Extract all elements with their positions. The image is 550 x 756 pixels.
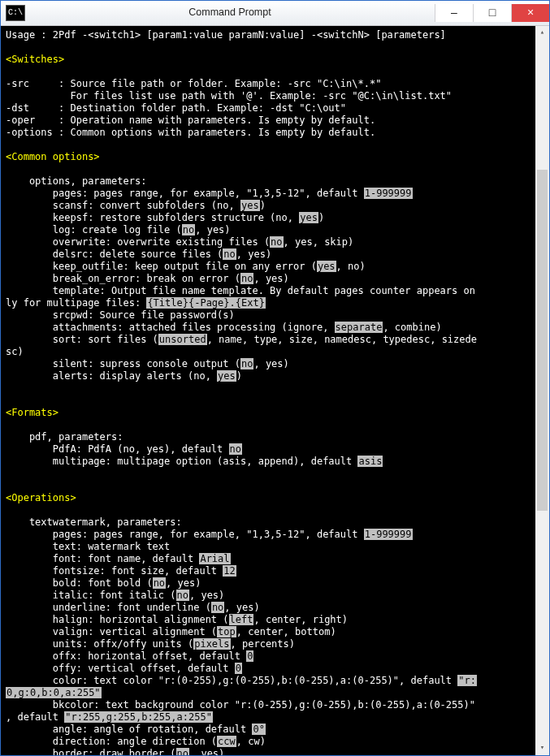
- scrollbar[interactable]: ▴ ▾: [535, 26, 549, 755]
- line: For files list use path with '@'. Exampl…: [6, 90, 452, 102]
- line: text: watermark text: [6, 541, 170, 552]
- line: template: Output file name template. By …: [6, 285, 475, 296]
- line: pages: pages range, for example, "1,3,5-…: [6, 188, 413, 199]
- line: -options : Common options with parameter…: [6, 127, 375, 138]
- default-value: no: [240, 358, 253, 369]
- line: scansf: convert subfolders (no, yes): [6, 200, 266, 211]
- line: keepsf: restore subfolders structure (no…: [6, 212, 324, 223]
- line-usage: Usage : 2Pdf -<switch1> [param1:value pa…: [6, 29, 446, 41]
- default-value: no: [211, 602, 224, 613]
- line: pages: pages range, for example, "1,3,5-…: [6, 529, 413, 540]
- line: offy: vertical offset, default 0: [6, 663, 242, 674]
- default-value: unsorted: [158, 334, 207, 345]
- line: PdfA: PdfA (no, yes), default no: [6, 443, 242, 455]
- default-value: {Title}{-Page}.{Ext}: [146, 297, 266, 309]
- line: options, parameters:: [6, 175, 146, 187]
- line: halign: horizontal alignment (left, cent…: [6, 614, 348, 625]
- line: ly for multipage files: {Title}{-Page}.{…: [6, 297, 266, 309]
- line: border: draw border (no, yes): [6, 748, 224, 755]
- line: italic: font italic (no, yes): [6, 590, 224, 601]
- line: overwrite: overwrite existing files (no,…: [6, 236, 353, 248]
- default-value: 0: [246, 650, 253, 662]
- default-value: 1-999999: [364, 529, 413, 540]
- line: break_on_error: break on error (no, yes): [6, 273, 289, 284]
- line: bkcolor: text background color "r:(0-255…: [6, 699, 475, 711]
- default-value: 12: [223, 565, 236, 577]
- default-value: "r:255,g:255,b:255,a:255": [64, 711, 213, 723]
- default-value: asis: [357, 456, 383, 467]
- default-value: no: [229, 443, 242, 455]
- heading-operations: <Operations>: [6, 492, 76, 503]
- line: sc): [6, 346, 24, 357]
- line: attachments: attached files processing (…: [6, 322, 442, 333]
- titlebar[interactable]: C:\ Command Prompt – □ ×: [1, 1, 549, 26]
- default-value: separate: [335, 322, 383, 333]
- scroll-thumb[interactable]: [537, 170, 548, 511]
- default-value: no: [240, 273, 253, 284]
- line: 0,g:0,b:0,a:255": [6, 687, 102, 698]
- scroll-track[interactable]: [535, 40, 549, 741]
- scroll-up-icon[interactable]: ▴: [535, 26, 549, 40]
- minimize-button[interactable]: –: [435, 4, 473, 22]
- line: srcpwd: Source file password(s): [6, 309, 235, 321]
- line: underline: font underline (no, yes): [6, 602, 260, 613]
- default-value: Arial: [199, 553, 230, 564]
- line: delsrc: delete source files (no, yes): [6, 248, 271, 260]
- default-value: 0: [235, 663, 242, 674]
- default-value: left: [229, 614, 254, 625]
- default-value: top: [217, 626, 236, 637]
- heading-common-options: <Common options>: [6, 151, 100, 162]
- line: -oper : Operation name with parameters. …: [6, 114, 375, 126]
- line: keep_outfile: keep output file on any er…: [6, 261, 366, 272]
- terminal-output[interactable]: Usage : 2Pdf -<switch1> [param1:value pa…: [1, 26, 535, 755]
- default-value: yes: [217, 370, 236, 382]
- default-value: 0°: [252, 724, 265, 735]
- default-value: no: [182, 224, 195, 235]
- default-value: "r:: [457, 675, 477, 686]
- heading-formats: <Formats>: [6, 407, 58, 418]
- line: , default "r:255,g:255,b:255,a:255": [6, 711, 213, 723]
- scroll-down-icon[interactable]: ▾: [535, 741, 549, 755]
- window: C:\ Command Prompt – □ × Usage : 2Pdf -<…: [0, 0, 550, 756]
- default-value: no: [223, 248, 236, 260]
- body: Usage : 2Pdf -<switch1> [param1:value pa…: [1, 26, 549, 755]
- default-value: yes: [317, 261, 336, 272]
- line: sort: sort files (unsorted, name, type, …: [6, 334, 477, 345]
- heading-switches: <Switches>: [6, 54, 64, 65]
- close-button[interactable]: ×: [511, 4, 549, 22]
- line: font: font name, default Arial: [6, 553, 231, 564]
- line: silent: supress console output (no, yes): [6, 358, 289, 369]
- line: -src : Source file path or folder. Examp…: [6, 78, 381, 89]
- line: color: text color "r:(0-255),g:(0-255),b…: [6, 675, 477, 686]
- line: fontsize: font size, default 12: [6, 565, 236, 577]
- default-value: no: [176, 748, 189, 755]
- line: direction: angle direction (ccw, cw): [6, 736, 266, 747]
- window-title: Command Prompt: [25, 6, 435, 19]
- default-value: pixels: [193, 638, 230, 650]
- default-value: yes: [240, 200, 260, 211]
- line: units: offx/offy units (pixels, percents…: [6, 638, 295, 650]
- default-value: no: [176, 590, 189, 601]
- line: valign: vertical alignment (top, center,…: [6, 626, 336, 637]
- default-value: ccw: [217, 736, 236, 747]
- app-icon: C:\: [6, 5, 25, 21]
- default-value: no: [153, 577, 166, 589]
- default-value: 0,g:0,b:0,a:255": [6, 687, 102, 698]
- default-value: no: [270, 236, 283, 248]
- line: offx: horizontal offset, default 0: [6, 650, 253, 662]
- line: alerts: display alerts (no, yes): [6, 370, 242, 382]
- maximize-button[interactable]: □: [473, 4, 511, 22]
- line: bold: font bold (no, yes): [6, 577, 201, 589]
- line: angle: angle of rotation, default 0°: [6, 724, 266, 735]
- line: -dst : Destination folder path. Example:…: [6, 102, 346, 114]
- default-value: yes: [299, 212, 318, 223]
- line: multipage: multipage option (asis, appen…: [6, 456, 383, 467]
- line: textwatermark, parameters:: [6, 516, 182, 528]
- default-value: 1-999999: [364, 188, 413, 199]
- line: log: create log file (no, yes): [6, 224, 231, 235]
- line: pdf, parameters:: [6, 431, 123, 443]
